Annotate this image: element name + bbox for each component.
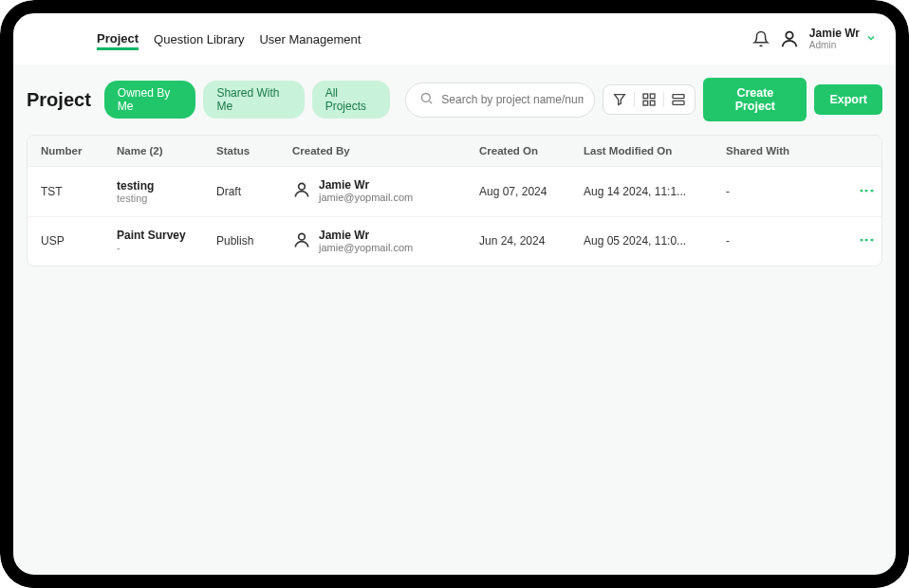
cell-created-on: Aug 07, 2024: [479, 185, 584, 198]
create-project-button[interactable]: Create Project: [703, 78, 807, 121]
nav-question-library[interactable]: Question Library: [154, 28, 244, 50]
table-header: Number Name (2) Status Created By Create…: [28, 136, 881, 167]
bell-icon[interactable]: [752, 30, 770, 47]
header-number: Number: [41, 145, 117, 156]
header-name: Name (2): [117, 145, 216, 156]
nav-user-management[interactable]: User Management: [259, 28, 361, 50]
svg-point-9: [299, 184, 306, 191]
cell-shared-with: -: [726, 234, 840, 248]
cell-number: USP: [41, 234, 117, 248]
table-row[interactable]: USP Paint Survey - Publish Jamie Wr jami…: [28, 217, 881, 266]
svg-point-1: [422, 93, 431, 101]
search-box[interactable]: [405, 83, 595, 118]
user-role: Admin: [809, 40, 860, 50]
nav-links: Project Question Library User Management: [97, 28, 361, 50]
svg-line-2: [430, 101, 433, 103]
cell-last-modified: Aug 05 2024, 11:0...: [584, 234, 726, 248]
cell-created-by: Jamie Wr jamie@yopmail.com: [292, 229, 479, 255]
row-menu-icon[interactable]: ⋮: [863, 232, 868, 247]
content-area: Project Owned By Me Shared With Me All P…: [13, 64, 896, 575]
chevron-down-icon: [865, 30, 877, 47]
row-menu-icon[interactable]: ⋮: [863, 183, 868, 197]
cell-name: Paint Survey -: [117, 229, 216, 253]
cell-last-modified: Aug 14 2024, 11:1...: [584, 185, 726, 198]
svg-rect-7: [673, 95, 684, 99]
nav-project[interactable]: Project: [97, 28, 139, 50]
cell-number: TST: [41, 185, 117, 198]
person-icon: [292, 180, 311, 202]
filter-all-projects[interactable]: All Projects: [312, 81, 391, 119]
filter-icon[interactable]: [611, 91, 628, 108]
svg-rect-8: [673, 101, 684, 104]
header-last-modified: Last Modified On: [584, 145, 726, 156]
cell-shared-with: -: [726, 185, 840, 198]
user-avatar-icon: [779, 28, 800, 49]
cell-name: testing testing: [117, 179, 216, 204]
svg-rect-3: [643, 94, 648, 99]
table-row[interactable]: TST testing testing Draft Jamie Wr jamie…: [28, 167, 881, 217]
search-icon: [419, 91, 434, 109]
toolbar: Project Owned By Me Shared With Me All P…: [27, 78, 882, 121]
svg-rect-4: [651, 94, 656, 99]
list-view-icon[interactable]: [670, 91, 687, 108]
cell-created-on: Jun 24, 2024: [479, 234, 584, 248]
view-tools: [603, 84, 696, 115]
svg-rect-5: [643, 101, 648, 105]
header-shared-with: Shared With: [726, 145, 840, 156]
export-button[interactable]: Export: [814, 84, 882, 115]
svg-rect-6: [651, 101, 656, 105]
svg-point-10: [299, 233, 306, 240]
search-input[interactable]: [441, 93, 584, 106]
user-name: Jamie Wr: [809, 28, 860, 40]
cell-status: Publish: [216, 234, 292, 248]
cell-status: Draft: [216, 185, 292, 198]
header-status: Status: [216, 145, 292, 156]
projects-table: Number Name (2) Status Created By Create…: [27, 135, 882, 266]
page-title: Project: [27, 89, 91, 111]
header-created-on: Created On: [479, 145, 584, 156]
filter-shared-with-me[interactable]: Shared With Me: [203, 81, 304, 119]
svg-point-0: [786, 32, 792, 39]
filter-owned-by-me[interactable]: Owned By Me: [104, 81, 196, 119]
topbar-right: Jamie Wr Admin: [752, 28, 877, 50]
grid-view-icon[interactable]: [640, 91, 658, 108]
user-menu[interactable]: Jamie Wr Admin: [809, 28, 877, 50]
header-created-by: Created By: [292, 145, 479, 156]
topbar: Project Question Library User Management…: [13, 13, 896, 64]
cell-created-by: Jamie Wr jamie@yopmail.com: [292, 178, 479, 205]
person-icon: [292, 230, 311, 252]
